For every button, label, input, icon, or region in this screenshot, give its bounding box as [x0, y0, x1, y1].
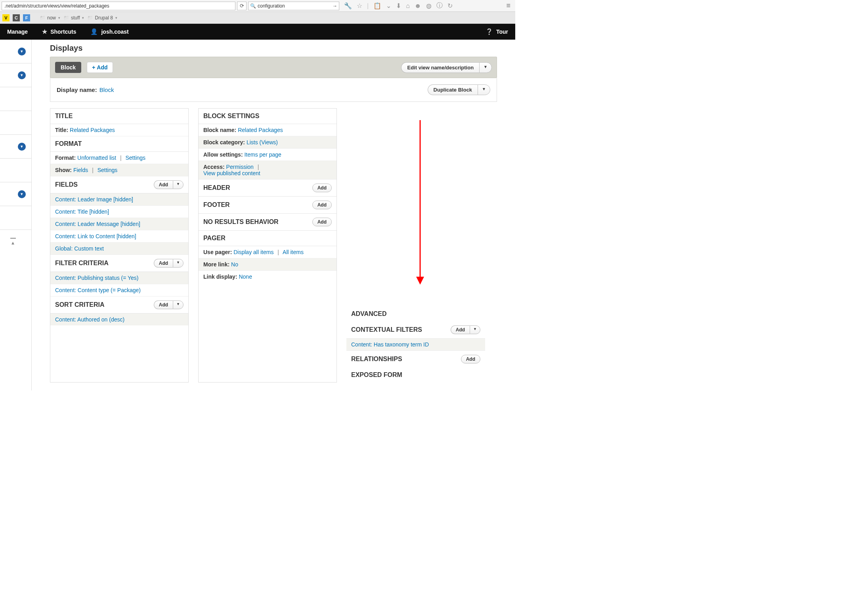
pager-items-link[interactable]: All items: [283, 249, 304, 255]
sort-link[interactable]: Content: Authored on (desc): [55, 316, 124, 323]
search-go-icon[interactable]: →: [333, 3, 337, 9]
format-settings-link[interactable]: Settings: [125, 155, 145, 161]
section-advanced-header[interactable]: ADVANCED: [346, 306, 485, 321]
bookmark-c-icon[interactable]: C: [13, 14, 20, 21]
block-name-link[interactable]: Related Packages: [238, 127, 283, 133]
field-link[interactable]: Content: Leader Message [hidden]: [55, 221, 140, 227]
display-name-value[interactable]: Block: [99, 86, 114, 93]
bookmark-folder-drupal8[interactable]: Drupal 8▾: [87, 15, 117, 21]
chevron-down-icon[interactable]: ▼: [479, 62, 492, 73]
noresults-add-button[interactable]: Add: [312, 218, 332, 226]
reload-button[interactable]: ⟳: [237, 2, 247, 10]
field-link[interactable]: Global: Custom text: [55, 245, 104, 252]
chevron-down-icon[interactable]: ▼: [173, 300, 184, 309]
title-link[interactable]: Related Packages: [70, 127, 115, 133]
field-link[interactable]: Content: Link to Content [hidden]: [55, 233, 136, 239]
sidebar-row[interactable]: ▾: [0, 182, 31, 206]
bookmark-v-icon[interactable]: V: [2, 14, 10, 21]
chevron-down-icon[interactable]: ▼: [173, 180, 184, 189]
chevron-down-icon[interactable]: ▼: [478, 84, 490, 95]
section-footer-header: FOOTER Add: [199, 197, 336, 214]
collapse-up-icon: ▴: [10, 238, 16, 246]
firebug-icon[interactable]: ◍: [426, 2, 432, 10]
section-filter-header: FILTER CRITERIA Add▼: [50, 255, 188, 272]
edit-view-button[interactable]: Edit view name/description ▼: [401, 62, 492, 73]
clipboard-icon[interactable]: 📋: [373, 2, 381, 10]
display-name-row: Display name: Block Duplicate Block ▼: [50, 78, 497, 102]
filter-add-button[interactable]: Add▼: [154, 259, 184, 268]
home-icon[interactable]: ⌂: [406, 2, 410, 10]
wrench-icon[interactable]: 🔧: [344, 2, 352, 10]
allow-settings-link[interactable]: Items per page: [244, 151, 281, 158]
star-icon[interactable]: ☆: [357, 2, 362, 10]
duplicate-block-button[interactable]: Duplicate Block ▼: [428, 84, 490, 95]
display-name-label: Display name:: [57, 86, 97, 93]
sidebar-row[interactable]: ▾: [0, 63, 31, 87]
info-icon[interactable]: ⓘ: [436, 2, 443, 10]
face-icon[interactable]: ☻: [415, 2, 421, 10]
pocket-icon[interactable]: ⌄: [386, 2, 391, 10]
relationships-add-button[interactable]: Add: [461, 355, 480, 363]
column-block-settings: BLOCK SETTINGS Block name: Related Packa…: [198, 108, 337, 383]
bookmark-folder-now[interactable]: now▾: [40, 15, 60, 21]
search-icon: 🔍: [250, 3, 256, 9]
block-category-link[interactable]: Lists (Views): [247, 139, 278, 145]
sidebar-row[interactable]: [0, 159, 31, 182]
help-icon: ❔: [486, 28, 493, 35]
sidebar-row[interactable]: [0, 111, 31, 135]
format-link[interactable]: Unformatted list: [77, 155, 116, 161]
footer-add-button[interactable]: Add: [312, 201, 332, 209]
download-icon[interactable]: ⬇: [396, 2, 401, 10]
section-relationships-header: RELATIONSHIPS Add: [346, 351, 485, 367]
sidebar-row[interactable]: [0, 87, 31, 111]
field-link[interactable]: Content: Leader Image [hidden]: [55, 196, 133, 203]
access-link[interactable]: Permission: [226, 164, 254, 170]
fields-add-button[interactable]: Add▼: [154, 180, 184, 189]
contextual-add-button[interactable]: Add▼: [451, 325, 480, 334]
format-row: Format: Unformatted list | Settings: [50, 152, 188, 164]
access-value-link[interactable]: View published content: [203, 170, 260, 176]
section-sort-header: SORT CRITERIA Add▼: [50, 297, 188, 314]
chevron-down-icon[interactable]: ▼: [470, 325, 480, 334]
add-display-button[interactable]: +Add: [87, 62, 113, 73]
contextual-filter-link[interactable]: Content: Has taxonomy term ID: [351, 341, 429, 348]
plus-icon: +: [92, 64, 95, 71]
linkdisplay-link[interactable]: None: [239, 274, 252, 280]
toolbar-shortcuts[interactable]: ★Shortcuts: [35, 24, 83, 40]
browser-search-input[interactable]: 🔍 configuration →: [248, 2, 339, 10]
chevron-down-icon[interactable]: ▼: [173, 259, 184, 268]
displays-heading: Displays: [32, 40, 515, 57]
browser-toolbar-icons: 🔧 ☆ | 📋 ⌄ ⬇ ⌂ ☻ ◍ ⓘ ↻: [344, 2, 453, 10]
svg-marker-1: [416, 277, 424, 285]
sidebar-collapse[interactable]: ▴: [0, 230, 31, 254]
show-link[interactable]: Fields: [73, 167, 88, 173]
field-link[interactable]: Content: Title [hidden]: [55, 209, 109, 215]
sidebar-row[interactable]: [0, 206, 31, 230]
displays-tab-bar: Block +Add Edit view name/description ▼: [50, 57, 497, 78]
display-tab-block[interactable]: Block: [55, 62, 81, 73]
bookmark-f-icon[interactable]: F: [23, 14, 30, 21]
sidebar-row[interactable]: ▾: [0, 135, 31, 159]
star-icon: ★: [42, 28, 47, 35]
url-input[interactable]: .net/admin/structure/views/view/related_…: [2, 2, 235, 10]
pager-link[interactable]: Display all items: [233, 249, 273, 255]
search-text: configuration: [258, 3, 285, 9]
sidebar-row[interactable]: ▾: [0, 40, 31, 63]
filter-link[interactable]: Content: Content type (= Package): [55, 287, 141, 293]
show-settings-link[interactable]: Settings: [97, 167, 118, 173]
toolbar-user[interactable]: 👤josh.coast: [83, 24, 136, 40]
morelink-link[interactable]: No: [231, 261, 238, 268]
sync-icon[interactable]: ↻: [447, 2, 453, 10]
section-exposed-header: EXPOSED FORM: [346, 367, 485, 383]
section-header-header: HEADER Add: [199, 180, 336, 197]
toolbar-tour[interactable]: ❔Tour: [478, 24, 515, 40]
filter-link[interactable]: Content: Publishing status (= Yes): [55, 275, 139, 281]
hamburger-icon[interactable]: ≡: [506, 2, 514, 10]
toolbar-manage[interactable]: Manage: [0, 24, 35, 40]
header-add-button[interactable]: Add: [312, 184, 332, 192]
sort-add-button[interactable]: Add▼: [154, 300, 184, 309]
bookmark-folder-stuff[interactable]: stuff▾: [63, 15, 84, 21]
drupal-toolbar: Manage ★Shortcuts 👤josh.coast ❔Tour: [0, 24, 515, 40]
title-row: Title: Related Packages: [50, 124, 188, 136]
chevron-down-icon: ▾: [18, 143, 26, 151]
